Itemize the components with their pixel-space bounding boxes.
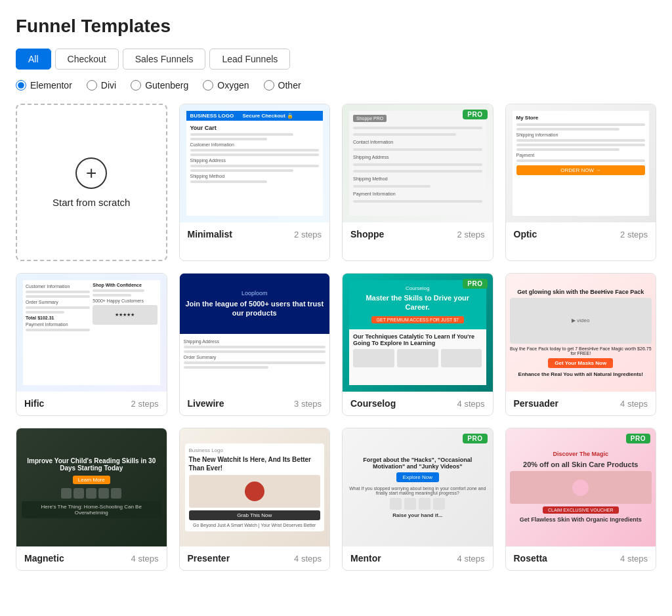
template-footer-mentor: Mentor 4 steps	[343, 546, 493, 570]
pro-badge-shoppe: PRO	[463, 110, 487, 119]
template-card-optic[interactable]: My Store Shipping information Payment OR…	[505, 104, 657, 261]
template-footer-presenter: Presenter 4 steps	[180, 546, 330, 570]
pro-badge-rosetta: PRO	[626, 434, 650, 443]
template-card-minimalist[interactable]: BUSINESS LOGO Secure Checkout 🔒 Your Car…	[179, 104, 331, 261]
template-footer-rosetta: Rosetta 4 steps	[506, 546, 656, 570]
pro-badge-courselog: PRO	[463, 279, 487, 289]
tab-lead-funnels[interactable]: Lead Funnels	[209, 49, 290, 70]
scratch-label: Start from scratch	[52, 197, 130, 208]
add-icon: +	[75, 157, 107, 189]
template-thumb-persuader: Get glowing skin with the BeeHive Face P…	[506, 274, 656, 392]
filter-group: Elementor Divi Gutenberg Oxygen Other	[16, 80, 656, 91]
filter-oxygen[interactable]: Oxygen	[203, 80, 249, 91]
template-footer-livewire: Livewire 3 steps	[180, 392, 330, 415]
template-thumb-rosetta: PRO Discover The Magic 20% off on all Sk…	[506, 428, 656, 546]
filter-divi[interactable]: Divi	[87, 80, 116, 91]
template-card-livewire[interactable]: Looploom Join the league of 5000+ users …	[179, 273, 331, 416]
tab-sales-funnels[interactable]: Sales Funnels	[123, 49, 206, 70]
tab-all[interactable]: All	[16, 49, 51, 70]
template-thumb-optic: My Store Shipping information Payment OR…	[506, 104, 656, 222]
template-footer-hific: Hific 2 steps	[16, 392, 167, 415]
template-card-rosetta[interactable]: PRO Discover The Magic 20% off on all Sk…	[505, 428, 657, 571]
template-grid: + Start from scratch BUSINESS LOGO Secur…	[16, 104, 656, 571]
template-footer-minimalist: Minimalist 2 steps	[180, 222, 330, 246]
template-thumb-minimalist: BUSINESS LOGO Secure Checkout 🔒 Your Car…	[180, 104, 330, 222]
page-title: Funnel Templates	[16, 16, 656, 37]
template-thumb-livewire: Looploom Join the league of 5000+ users …	[180, 274, 330, 392]
filter-elementor[interactable]: Elementor	[16, 80, 72, 91]
template-thumb-shoppe: PRO Shoppe PRO Contact Information Shipp…	[343, 104, 493, 222]
template-card-shoppe[interactable]: PRO Shoppe PRO Contact Information Shipp…	[342, 104, 494, 261]
template-footer-persuader: Persuader 4 steps	[506, 392, 656, 415]
tab-group: All Checkout Sales Funnels Lead Funnels	[16, 49, 656, 70]
template-card-magnetic[interactable]: Improve Your Child's Reading Skills in 3…	[16, 428, 167, 571]
template-footer-courselog: Courselog 4 steps	[343, 392, 493, 415]
start-from-scratch-card[interactable]: + Start from scratch	[16, 104, 167, 261]
template-card-presenter[interactable]: Business Logo The New Watchit Is Here, A…	[179, 428, 331, 571]
template-thumb-hific: Customer Information Order Summary Total…	[16, 274, 167, 392]
tab-checkout[interactable]: Checkout	[55, 49, 119, 70]
template-thumb-courselog: PRO Courselog Master the Skills to Drive…	[343, 274, 493, 392]
template-card-mentor[interactable]: PRO Forget about the "Hacks", "Occasiona…	[342, 428, 494, 571]
template-thumb-mentor: PRO Forget about the "Hacks", "Occasiona…	[343, 428, 493, 546]
template-card-hific[interactable]: Customer Information Order Summary Total…	[16, 273, 167, 416]
template-footer-shoppe: Shoppe 2 steps	[343, 222, 493, 246]
template-thumb-presenter: Business Logo The New Watchit Is Here, A…	[180, 428, 330, 546]
filter-other[interactable]: Other	[264, 80, 301, 91]
template-thumb-magnetic: Improve Your Child's Reading Skills in 3…	[16, 428, 167, 546]
template-footer-magnetic: Magnetic 4 steps	[16, 546, 167, 570]
template-card-persuader[interactable]: Get glowing skin with the BeeHive Face P…	[505, 273, 657, 416]
pro-badge-mentor: PRO	[463, 434, 487, 443]
template-card-courselog[interactable]: PRO Courselog Master the Skills to Drive…	[342, 273, 494, 416]
template-footer-optic: Optic 2 steps	[506, 222, 656, 246]
filter-gutenberg[interactable]: Gutenberg	[131, 80, 188, 91]
